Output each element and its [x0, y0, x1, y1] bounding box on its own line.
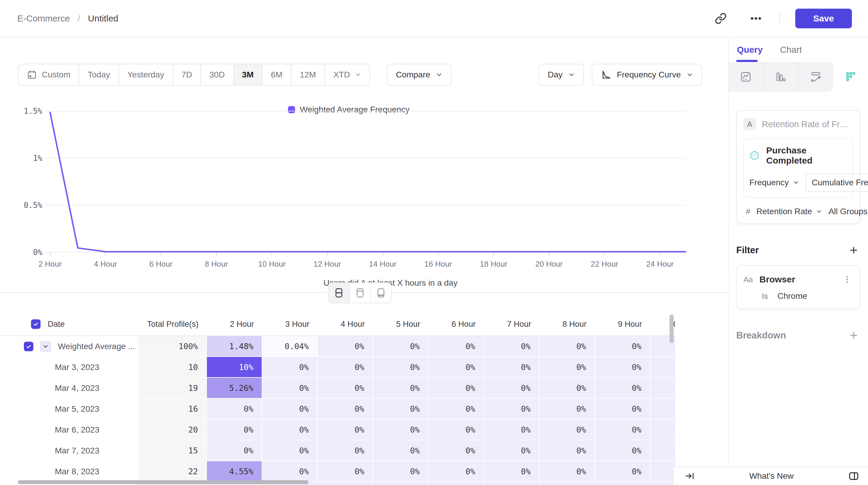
- table-row[interactable]: Mar 6, 2023200%0%0%0%0%0%0%0%0%: [0, 419, 675, 440]
- value-cell[interactable]: 0%: [318, 440, 373, 461]
- value-cell[interactable]: 0%: [429, 336, 484, 357]
- table-row[interactable]: Mar 7, 2023150%0%0%0%0%0%0%0%0%: [0, 440, 675, 461]
- add-breakdown-icon[interactable]: [847, 329, 860, 342]
- value-cell[interactable]: 0%: [373, 440, 429, 461]
- value-cell[interactable]: 0%: [539, 461, 595, 482]
- value-cell[interactable]: 10%: [207, 357, 262, 378]
- value-cell[interactable]: 0%: [484, 419, 539, 440]
- breadcrumb-board-link[interactable]: E-Commerce: [17, 13, 70, 24]
- value-cell[interactable]: 0%: [429, 398, 484, 419]
- tab-chart[interactable]: Chart: [780, 45, 802, 55]
- whats-new-button[interactable]: What's New: [695, 471, 848, 481]
- value-cell[interactable]: 0%: [429, 461, 484, 482]
- more-menu-icon[interactable]: [748, 11, 764, 26]
- column-header[interactable]: 7 Hour: [484, 320, 539, 329]
- value-cell[interactable]: 0%: [429, 419, 484, 440]
- collapse-panel-icon[interactable]: [674, 471, 695, 481]
- layout-option-chart-and-table[interactable]: [329, 283, 349, 303]
- metric-dropdown[interactable]: Retention Rate: [756, 207, 823, 216]
- value-cell[interactable]: 0%: [650, 398, 675, 419]
- query-row-title[interactable]: Retention Rate of Frequency of P...: [762, 120, 853, 129]
- value-cell[interactable]: 5.26%: [207, 378, 262, 398]
- compare-button[interactable]: Compare: [387, 64, 452, 86]
- filter-options-icon[interactable]: [841, 273, 853, 285]
- chart-type-bar-chart[interactable]: [764, 62, 798, 92]
- breadcrumb-report-title[interactable]: Untitled: [88, 13, 118, 24]
- value-cell[interactable]: 0%: [207, 398, 262, 419]
- value-cell[interactable]: 0%: [429, 378, 484, 398]
- value-cell[interactable]: 0%: [650, 378, 675, 398]
- total-profiles-cell[interactable]: 15: [138, 440, 207, 461]
- value-cell[interactable]: 4.55%: [207, 461, 262, 482]
- value-cell[interactable]: 0%: [650, 461, 675, 482]
- value-cell[interactable]: 0%: [318, 461, 373, 482]
- value-cell[interactable]: 0%: [373, 378, 429, 398]
- vertical-scrollbar[interactable]: [670, 315, 674, 343]
- event-card[interactable]: Purchase Completed Frequency Cumulative …: [743, 138, 853, 198]
- date-cell[interactable]: Mar 4, 2023: [0, 378, 138, 398]
- range-option-12m[interactable]: 12M: [291, 64, 324, 85]
- range-option-3m[interactable]: 3M: [233, 64, 262, 85]
- range-option-6m[interactable]: 6M: [262, 64, 291, 85]
- date-cell[interactable]: Mar 6, 2023: [0, 419, 138, 440]
- side-panel-icon[interactable]: [848, 470, 868, 482]
- value-cell[interactable]: 0%: [429, 440, 484, 461]
- column-header[interactable]: 5 Hour: [373, 320, 429, 329]
- value-cell[interactable]: 0%: [484, 461, 539, 482]
- table-row[interactable]: Mar 4, 2023195.26%0%0%0%0%0%0%0%0%: [0, 378, 675, 398]
- value-cell[interactable]: 0%: [318, 419, 373, 440]
- column-header[interactable]: 2 Hour: [207, 320, 262, 329]
- value-cell[interactable]: 0%: [595, 461, 650, 482]
- filter-card[interactable]: Aa Browser Is Chrome: [736, 265, 860, 309]
- value-cell[interactable]: 0%: [650, 440, 675, 461]
- range-option-30d[interactable]: 30D: [200, 64, 233, 85]
- total-profiles-cell[interactable]: 100%: [138, 336, 207, 357]
- row-expander-chevron-icon[interactable]: [40, 341, 51, 352]
- value-cell[interactable]: 0%: [484, 440, 539, 461]
- value-cell[interactable]: 0%: [262, 461, 318, 482]
- date-cell[interactable]: Mar 7, 2023: [0, 440, 138, 461]
- value-cell[interactable]: [318, 482, 373, 485]
- value-cell[interactable]: 0%: [595, 440, 650, 461]
- value-cell[interactable]: 0%: [484, 398, 539, 419]
- value-cell[interactable]: 0%: [262, 357, 318, 378]
- value-cell[interactable]: 0%: [318, 378, 373, 398]
- value-cell[interactable]: 0%: [539, 419, 595, 440]
- total-profiles-cell[interactable]: 19: [138, 378, 207, 398]
- add-filter-icon[interactable]: [847, 244, 860, 257]
- value-cell[interactable]: 0%: [595, 419, 650, 440]
- value-cell[interactable]: 0%: [484, 378, 539, 398]
- granularity-button[interactable]: Day: [538, 64, 584, 86]
- value-cell[interactable]: 0%: [595, 357, 650, 378]
- total-profiles-cell[interactable]: 20: [138, 419, 207, 440]
- range-option-today[interactable]: Today: [79, 64, 118, 85]
- chart-type-line-chart[interactable]: [728, 62, 764, 92]
- value-cell[interactable]: 0%: [318, 398, 373, 419]
- value-cell[interactable]: 0%: [373, 461, 429, 482]
- column-header-date[interactable]: Date: [0, 319, 138, 329]
- date-cell[interactable]: Mar 3, 2023: [0, 357, 138, 378]
- aggregation-type-dropdown[interactable]: Cumulative Frequency: [806, 173, 868, 192]
- value-cell[interactable]: 0%: [595, 398, 650, 419]
- filter-value[interactable]: Chrome: [777, 291, 807, 301]
- value-cell[interactable]: 0%: [484, 336, 539, 357]
- value-cell[interactable]: 0%: [429, 357, 484, 378]
- value-cell[interactable]: [484, 482, 539, 485]
- value-cell[interactable]: 0%: [539, 440, 595, 461]
- value-cell[interactable]: [539, 482, 595, 485]
- value-cell[interactable]: 0%: [207, 419, 262, 440]
- value-cell[interactable]: 0%: [262, 440, 318, 461]
- tab-query[interactable]: Query: [737, 45, 763, 55]
- aggregation-dropdown[interactable]: Frequency: [749, 178, 799, 187]
- value-cell[interactable]: 0%: [262, 419, 318, 440]
- total-profiles-cell[interactable]: 10: [138, 357, 207, 378]
- column-header[interactable]: 3 Hour: [262, 320, 318, 329]
- value-cell[interactable]: [595, 482, 650, 485]
- value-cell[interactable]: 0%: [595, 378, 650, 398]
- value-cell[interactable]: 0%: [262, 378, 318, 398]
- value-cell[interactable]: 0%: [539, 357, 595, 378]
- range-option-custom[interactable]: Custom: [19, 64, 79, 85]
- total-profiles-cell[interactable]: 16: [138, 398, 207, 419]
- table-row-summary[interactable]: Weighted Average ...100%1.48%0.04%0%0%0%…: [0, 336, 675, 357]
- value-cell[interactable]: 0%: [262, 398, 318, 419]
